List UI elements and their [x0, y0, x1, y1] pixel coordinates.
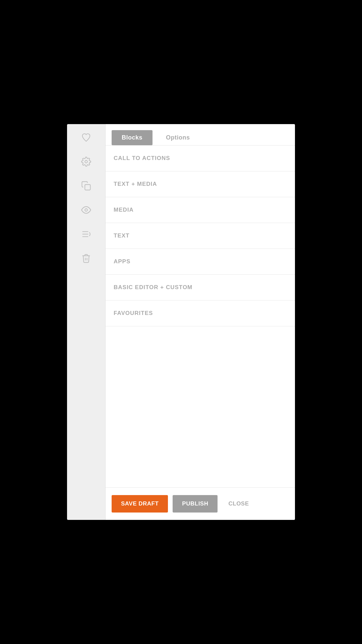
tabs-header: Blocks Options [106, 124, 295, 146]
heart-icon[interactable] [79, 131, 93, 144]
copy-icon[interactable] [79, 179, 93, 193]
block-list: CALL TO ACTIONS TEXT + MEDIA MEDIA TEXT … [106, 146, 295, 487]
close-button[interactable]: CLOSE [222, 495, 255, 513]
modal-container: Blocks Options CALL TO ACTIONS TEXT + ME… [67, 124, 295, 520]
block-item-basic-editor[interactable]: BASIC EDITOR + CUSTOM [106, 275, 295, 301]
eye-icon[interactable] [79, 203, 93, 217]
block-item-favourites[interactable]: FAVOURITES [106, 301, 295, 326]
sidebar [67, 124, 106, 520]
footer: SAVE DRAFT PUBLISH CLOSE [106, 487, 295, 520]
block-item-text[interactable]: TEXT [106, 223, 295, 249]
block-item-text-media[interactable]: TEXT + MEDIA [106, 171, 295, 197]
list-icon[interactable] [79, 227, 93, 241]
main-content: Blocks Options CALL TO ACTIONS TEXT + ME… [106, 124, 295, 520]
tab-options[interactable]: Options [156, 130, 200, 145]
svg-point-2 [85, 209, 87, 211]
trash-icon[interactable] [79, 252, 93, 265]
block-item-apps[interactable]: APPS [106, 249, 295, 275]
block-item-call-to-actions[interactable]: CALL TO ACTIONS [106, 146, 295, 171]
svg-rect-1 [85, 184, 90, 190]
publish-button[interactable]: PUBLISH [173, 495, 218, 513]
block-item-media[interactable]: MEDIA [106, 197, 295, 223]
save-draft-button[interactable]: SAVE DRAFT [112, 495, 168, 513]
gear-icon[interactable] [79, 155, 93, 168]
svg-point-0 [85, 160, 87, 163]
tab-blocks[interactable]: Blocks [112, 130, 153, 145]
